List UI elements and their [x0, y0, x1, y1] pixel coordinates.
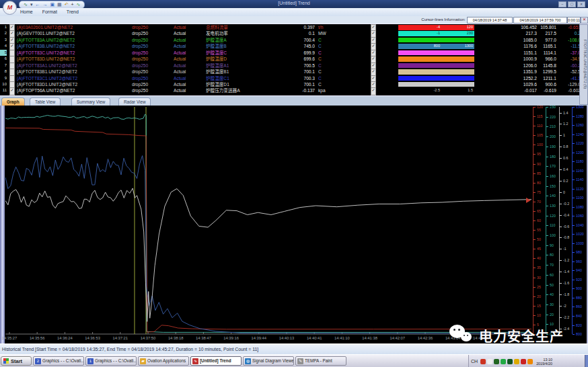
trace-furnace-pressure [5, 188, 531, 321]
tray-icon-flag[interactable] [487, 359, 492, 364]
y-axis-tick-label: 220 [550, 115, 556, 119]
signal-table-row[interactable]: 11✓(A)FTOPT56A.UNIT2@NET2drop250Actual炉膛… [0, 87, 588, 93]
tray-icon-red[interactable] [480, 359, 486, 364]
scale-color-bar[interactable]: -4120 [398, 25, 474, 30]
language-indicator[interactable]: CH [471, 359, 478, 364]
tray-icon-leaf[interactable] [494, 359, 499, 364]
menu-format[interactable]: Format [42, 9, 57, 14]
selected-signal-side-tab[interactable]: FTOTT83C.UNIT2@NET2 (5) [579, 24, 588, 105]
y-axis-tick-label: 840 [576, 314, 582, 318]
y-axis-tick [534, 145, 536, 145]
plot-area[interactable] [5, 107, 531, 337]
app-logo-icon[interactable]: M [3, 1, 17, 15]
scale-color-bar[interactable] [398, 63, 474, 69]
menu-trend[interactable]: Trend [67, 9, 79, 14]
signal-table-row[interactable]: 2✓(A)GEV7T001.UNIT2@NET2drop250Actual发电机… [0, 30, 588, 36]
tray-icon-darkgreen[interactable] [507, 359, 513, 364]
maximize-button[interactable]: ▢ [568, 1, 576, 7]
y-axis-tick [534, 239, 536, 240]
y-axis-tick [573, 334, 575, 335]
y-axis-tick-label: 180 [550, 155, 556, 159]
trend-chart-panel[interactable]: 1201151101051009590858075706560555045403… [0, 106, 588, 343]
menu-home[interactable]: Home [20, 9, 33, 14]
taskbar-button-ovation-applications[interactable]: ▰Ovation Applications [138, 356, 189, 366]
row-number-cell[interactable]: 11 [0, 87, 7, 93]
scale-color-bar[interactable] [398, 50, 474, 56]
signal-table-row[interactable]: 8(A)FTOTT83B1.UNIT2@NET2drop250Actual炉膛温… [0, 69, 588, 75]
row-number-cell[interactable]: 4 [0, 43, 7, 49]
scale-color-bar[interactable] [398, 76, 474, 81]
signal-table-row[interactable]: 9(A)FTOTT83C1.UNIT2@NET2drop250Actual炉膛温… [0, 75, 588, 81]
taskbar-button-graphics-c-ovati[interactable]: 1Graphics - - C:\Ovati... [85, 356, 137, 366]
y-axis-tick-label: 10 [537, 313, 541, 317]
scale-color-bar[interactable] [398, 69, 474, 75]
y-axis-tick [560, 192, 562, 193]
start-button[interactable]: Start [1, 356, 32, 366]
scale-color-bar[interactable]: 8001300 [398, 44, 474, 49]
tab-table-view[interactable]: Table View [30, 97, 61, 106]
taskbar-button-graphics-c-ovati[interactable]: 2Graphics - - C:\Ovati... [33, 356, 84, 366]
signal-table-row[interactable]: 6(A)FTOTT83D.UNIT2@NET2drop250Actual炉膛温度… [0, 56, 588, 62]
taskbar-app-icon: ∿ [192, 358, 198, 364]
cursor-delta-field[interactable]: 0:00:11.7 [567, 17, 581, 24]
y-axis-tick-label: 1240 [576, 132, 584, 136]
taskbar-app-icon: ✎ [297, 358, 303, 364]
y-axis-tick-label: 1160 [576, 169, 583, 173]
scale-checkbox[interactable]: ✓ [371, 87, 376, 95]
tab-graph[interactable]: Graph [1, 97, 25, 106]
taskbar-button-signal-diagram-viewe[interactable]: ◍Signal Diagram Viewe... [243, 356, 294, 366]
tray-icon-orange[interactable] [527, 359, 533, 364]
row-number-cell[interactable]: 9 [0, 75, 7, 81]
row-number-cell[interactable]: 6 [0, 56, 7, 62]
taskbar-button-tempa-paint[interactable]: ✎TEMPA - Paint [295, 356, 346, 366]
cursor-info-close-icon[interactable]: ✕ [581, 17, 588, 24]
signal-table-row[interactable]: 1✓(A)03A02601.UNIT2@NET2drop250Actual总燃料… [0, 24, 588, 30]
y-axis-tick-label: 30 [550, 302, 554, 307]
scale-color-bar[interactable]: -1230 [398, 31, 474, 36]
signal-table-row[interactable]: 5(A)FTOTT83C.UNIT2@NET2drop250Actual炉膛温度… [0, 50, 588, 56]
unit-label: C [318, 43, 338, 49]
y-axis-tick [534, 126, 536, 126]
y-axis-tick [573, 198, 575, 198]
scale-color-bar[interactable] [398, 38, 474, 43]
row-number-cell[interactable]: 1 [0, 24, 7, 30]
y-axis-tick-label: 1 [563, 133, 565, 137]
left-splitter[interactable] [0, 106, 5, 343]
row-number-cell[interactable]: 5 [0, 50, 7, 56]
scale-color-bar[interactable] [398, 82, 474, 87]
tray-icon-yellow[interactable] [514, 359, 519, 364]
tab-summary-view[interactable]: Summary View [71, 97, 110, 106]
tray-icon-red2[interactable] [521, 359, 526, 364]
delta-value: -60.2 [538, 63, 581, 69]
y-axis-tick [560, 169, 562, 170]
tray-icon-green[interactable] [501, 359, 506, 364]
show-desktop-button[interactable] [585, 355, 588, 367]
signal-table-row[interactable]: 10(A)FTOTT83D1.UNIT2@NET2drop250Actual炉膛… [0, 81, 588, 87]
tab-radar-view[interactable]: Radar View [118, 97, 151, 106]
scale-color-bar[interactable]: -2.51.5 [398, 88, 474, 93]
row-number-cell[interactable]: 10 [0, 81, 7, 87]
y-axis-tick [546, 255, 548, 255]
window-title: [Untitled] Trend [0, 1, 588, 5]
row-number-cell[interactable]: 7 [0, 63, 7, 69]
y-axis-tick-label: -0.4 [563, 213, 569, 217]
y-axis-tick-label: 20 [537, 294, 541, 298]
signal-table-row[interactable]: 4✓(A)FTOTT83B.UNIT2@NET2drop250Actual炉膛温… [0, 43, 588, 49]
visibility-checkbox[interactable]: ✓ [9, 87, 15, 95]
row-number-cell[interactable]: 3 [0, 37, 7, 43]
row-number-cell[interactable]: 2 [0, 30, 7, 36]
signal-table-row[interactable]: 7(A)FTOTT83A1.UNIT2@NET2drop250Actual炉膛温… [0, 63, 588, 69]
cursor-time-2-field[interactable]: 04/18/2019 14:37:59.700 [513, 17, 567, 24]
y-axis-tick [534, 315, 536, 316]
x-axis-tick-label: 14:36:24 [57, 336, 73, 340]
taskbar-button-untitled-trend[interactable]: ∿[Untitled] Trend [190, 356, 242, 366]
row-number-cell[interactable]: 8 [0, 69, 7, 75]
minimize-button[interactable]: ‒ [558, 1, 566, 7]
y-axis-tick [534, 287, 536, 288]
temperature-axis-line [572, 107, 573, 334]
close-button[interactable]: ✕ [577, 1, 585, 7]
scale-color-bar[interactable] [398, 56, 474, 62]
unit-label: C [318, 50, 338, 56]
cursor-time-1-field[interactable]: 04/18/2019 14:37:48 [467, 17, 513, 24]
signal-table-row[interactable]: 3✓(A)FTOTT83A.UNIT2@NET2drop250Actual炉膛温… [0, 37, 588, 43]
